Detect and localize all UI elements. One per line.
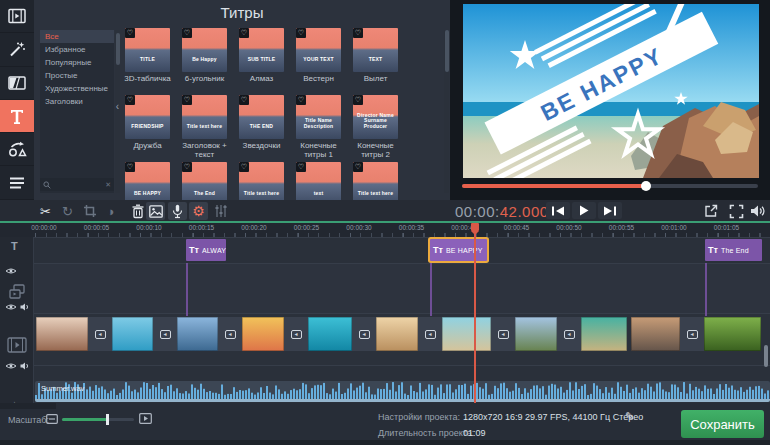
delete-button[interactable]	[128, 202, 147, 220]
crop-button[interactable]	[80, 202, 99, 220]
title-clip[interactable]: TтALWAYS	[186, 239, 226, 261]
title-template-thumb[interactable]: ♡BE HAPPY	[125, 162, 170, 200]
transition[interactable]: ◂	[218, 317, 242, 351]
sidebar-item-more-tools[interactable]	[0, 166, 34, 199]
title-template-thumb[interactable]: ♡TITLE	[125, 28, 170, 72]
rotate-button[interactable]: ↻	[58, 202, 77, 220]
favorite-heart-icon[interactable]: ♡	[353, 95, 363, 105]
category-item-2[interactable]: Популярные	[40, 56, 114, 69]
export-frame-button[interactable]	[701, 202, 721, 220]
video-clip[interactable]	[442, 317, 491, 351]
playhead[interactable]	[474, 223, 476, 403]
transition[interactable]: ◂	[284, 317, 308, 351]
title-template-thumb[interactable]: ♡Title text here	[239, 162, 284, 200]
favorite-heart-icon[interactable]: ♡	[182, 95, 192, 105]
search-bar[interactable]: ✕	[40, 178, 114, 191]
title-template-thumb[interactable]: ♡text	[296, 162, 341, 200]
overlay-track-mute-icon[interactable]	[20, 303, 30, 311]
title-template-thumb[interactable]: ♡Be Happy	[182, 28, 227, 72]
playhead-handle[interactable]	[471, 223, 479, 231]
sidebar-item-filters[interactable]	[0, 33, 34, 66]
next-frame-button[interactable]	[598, 202, 622, 219]
sidebar-item-titles[interactable]	[0, 100, 34, 133]
transition[interactable]: ◂	[557, 317, 581, 351]
record-voice-button[interactable]	[168, 202, 187, 220]
previous-frame-button[interactable]	[546, 202, 570, 219]
sidebar-item-transitions[interactable]	[0, 67, 34, 100]
favorite-heart-icon[interactable]: ♡	[125, 162, 135, 172]
transition[interactable]: ◂	[491, 317, 515, 351]
category-scrollbar-thumb[interactable]	[116, 33, 120, 65]
category-item-3[interactable]: Простые	[40, 69, 114, 82]
video-clip[interactable]	[704, 317, 761, 351]
transition[interactable]: ◂	[352, 317, 376, 351]
title-template-thumb[interactable]: ♡FRIENDSHIP	[125, 95, 170, 139]
overlay-track-visibility-icon[interactable]	[5, 303, 17, 311]
video-clip[interactable]	[515, 317, 557, 351]
transition[interactable]: ◂	[418, 317, 442, 351]
insert-image-button[interactable]	[146, 202, 165, 220]
color-adjust-button[interactable]: ◑	[101, 202, 120, 220]
title-template-thumb[interactable]: ♡Title Name Description	[296, 95, 341, 139]
favorite-heart-icon[interactable]: ♡	[353, 28, 363, 38]
video-clip[interactable]	[581, 317, 627, 351]
audio-clip[interactable]: Summer.wav	[35, 381, 770, 402]
play-button[interactable]	[572, 202, 596, 219]
zoom-slider[interactable]	[62, 418, 134, 421]
video-track-visibility-icon[interactable]	[5, 362, 17, 370]
grid-scrollbar-thumb[interactable]	[445, 30, 449, 72]
title-template-thumb[interactable]: ♡Director Name Surname Producer	[353, 95, 398, 139]
category-item-5[interactable]: Заголовки	[40, 95, 114, 108]
clear-search-icon[interactable]: ✕	[105, 181, 111, 188]
category-item-4[interactable]: Художественные	[40, 82, 114, 95]
video-track-mute-icon[interactable]	[20, 362, 30, 370]
video-clip[interactable]	[177, 317, 218, 351]
zoom-out-button[interactable]	[44, 412, 59, 425]
favorite-heart-icon[interactable]: ♡	[239, 162, 249, 172]
timeline-ruler[interactable]: 00:00:0000:00:0500:00:1000:00:1500:00:20…	[0, 223, 770, 237]
seek-bar[interactable]	[462, 184, 758, 188]
sidebar-item-media[interactable]	[0, 0, 34, 33]
transition[interactable]: ◂	[88, 317, 112, 351]
title-template-thumb[interactable]: ♡YOUR TEXT	[296, 28, 341, 72]
favorite-heart-icon[interactable]: ♡	[239, 28, 249, 38]
title-template-thumb[interactable]: ♡SUB TITLE	[239, 28, 284, 72]
category-item-0[interactable]: Все	[40, 30, 114, 43]
video-clip[interactable]	[242, 317, 284, 351]
zoom-slider-handle[interactable]	[106, 414, 109, 425]
category-item-1[interactable]: Избранное	[40, 43, 114, 56]
video-clip[interactable]	[36, 317, 88, 351]
audio-levels-button[interactable]	[211, 202, 230, 220]
favorite-heart-icon[interactable]: ♡	[182, 162, 192, 172]
title-template-thumb[interactable]: ♡THE END	[239, 95, 284, 139]
video-clip[interactable]	[376, 317, 418, 351]
favorite-heart-icon[interactable]: ♡	[125, 28, 135, 38]
favorite-heart-icon[interactable]: ♡	[296, 95, 306, 105]
transition[interactable]: ◂	[680, 317, 704, 351]
favorite-heart-icon[interactable]: ♡	[296, 162, 306, 172]
favorite-heart-icon[interactable]: ♡	[125, 95, 135, 105]
clip-properties-button[interactable]: ⚙	[189, 202, 208, 220]
favorite-heart-icon[interactable]: ♡	[353, 162, 363, 172]
volume-button[interactable]	[748, 202, 768, 220]
grid-scrollbar[interactable]	[444, 30, 449, 193]
save-button[interactable]: Сохранить	[681, 410, 764, 438]
transition[interactable]: ◂	[153, 317, 177, 351]
video-clip[interactable]	[631, 317, 680, 351]
edit-project-settings-button[interactable]: ✎	[625, 410, 634, 423]
zoom-in-button[interactable]	[138, 412, 153, 425]
title-template-thumb[interactable]: ♡Title text here	[182, 95, 227, 139]
timeline-scrollbar[interactable]	[764, 345, 768, 367]
video-clip[interactable]	[308, 317, 352, 351]
seek-handle[interactable]	[641, 181, 651, 191]
fullscreen-button[interactable]	[726, 202, 746, 220]
title-track-visibility-icon[interactable]	[5, 267, 17, 275]
title-template-thumb[interactable]: ♡The End	[182, 162, 227, 200]
title-template-thumb[interactable]: ♡Title text here	[353, 162, 398, 200]
title-clip[interactable]: TтBE HAPPY	[430, 239, 487, 261]
title-template-thumb[interactable]: ♡TEXT	[353, 28, 398, 72]
favorite-heart-icon[interactable]: ♡	[182, 28, 192, 38]
sidebar-item-callouts[interactable]	[0, 133, 34, 166]
title-clip[interactable]: TтThe End	[705, 239, 762, 261]
cut-button[interactable]: ✂	[36, 202, 55, 220]
